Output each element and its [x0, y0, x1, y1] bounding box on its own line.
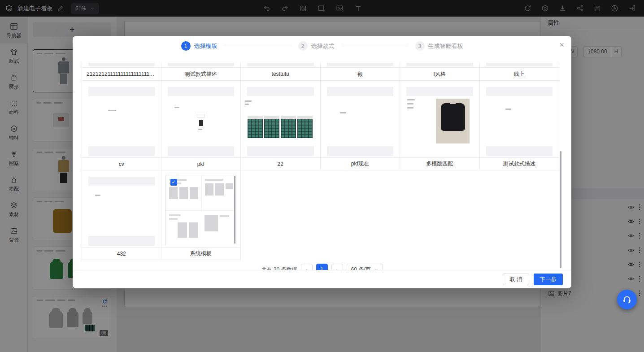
template-card-multi[interactable]: 多模版匹配 [400, 81, 480, 170]
step-1: 1 选择模版 [181, 41, 218, 51]
skirt-photo [297, 116, 313, 138]
skirt-photo [248, 116, 263, 138]
template-card-system[interactable]: ✓ 系统模板 [161, 170, 241, 260]
template-card-pkf[interactable]: pkf [161, 81, 241, 170]
modal-scrollbar[interactable] [560, 151, 561, 268]
template-card[interactable]: testtutu [241, 63, 321, 81]
next-step-button[interactable]: 下一步 [534, 274, 563, 285]
cancel-button[interactable]: 取 消 [503, 274, 529, 285]
select-template-modal: × 1 选择模版 2 选择款式 3 生成智能看板 212121211111111… [73, 36, 571, 288]
step-3: 3 生成智能看板 [415, 41, 463, 51]
leather-jacket-photo [436, 99, 470, 143]
template-card-cv[interactable]: cv [82, 81, 161, 170]
step-connector [224, 46, 292, 46]
template-checkbox-checked[interactable]: ✓ [170, 179, 177, 186]
support-button[interactable] [617, 290, 637, 309]
step-connector [341, 46, 409, 46]
template-card-432[interactable]: 432 [82, 170, 161, 260]
step-2: 2 选择款式 [298, 41, 335, 51]
template-card-22[interactable]: 22 [241, 81, 321, 170]
template-card[interactable]: 线上 [480, 63, 560, 81]
template-card-pkf2[interactable]: pkf现在 [321, 81, 400, 170]
skirt-photo [281, 116, 296, 138]
steps-bar: 1 选择模版 2 选择款式 3 生成智能看板 [73, 41, 571, 51]
modal-footer: 取 消 下一步 [73, 270, 571, 288]
template-card[interactable]: 2121212111111111111111111111111111... [82, 63, 161, 81]
template-card[interactable]: f风格 [400, 63, 480, 81]
skirt-photo [264, 116, 279, 138]
template-card-desc[interactable]: 测试款式描述 [480, 81, 560, 170]
template-card[interactable]: 测试款式描述 [161, 63, 241, 81]
headset-icon [622, 295, 632, 304]
template-grid: 2121212111111111111111111111111111... 测试… [82, 63, 559, 260]
template-card[interactable]: 额 [321, 63, 400, 81]
